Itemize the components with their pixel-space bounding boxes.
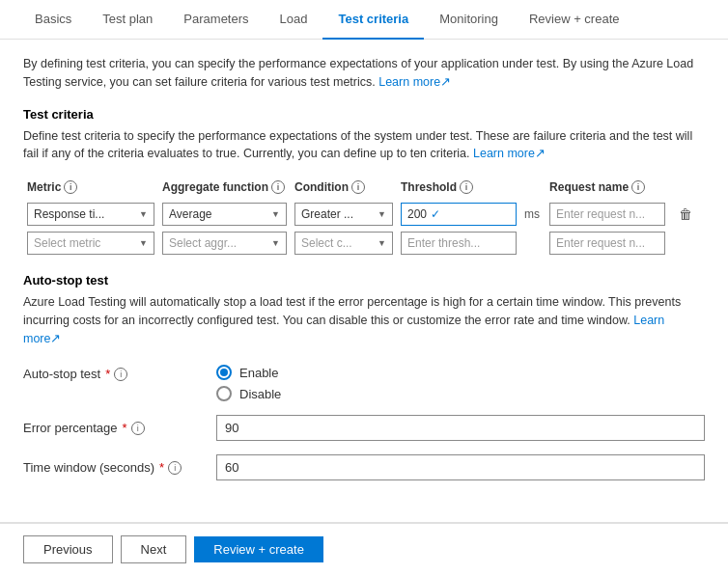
autostop-form-row: Auto-stop test* i Enable Disable — [23, 361, 705, 401]
intro-text: By defining test criteria, you can speci… — [23, 55, 705, 92]
time-window-label: Time window (seconds)* i — [23, 454, 216, 475]
criteria-table: Metric i Aggregate function i Condition … — [23, 177, 705, 258]
delete-cell: 🗑 — [669, 200, 705, 229]
aggregate-dropdown[interactable]: Average ▼ — [162, 203, 287, 226]
nav-item-load[interactable]: Load — [265, 0, 323, 40]
radio-enable-dot — [220, 369, 228, 376]
autostop-info-icon[interactable]: i — [114, 368, 127, 381]
col-delete — [669, 177, 705, 200]
autostop-title: Auto-stop test — [23, 273, 705, 288]
autostop-desc: Azure Load Testing will automatically st… — [23, 293, 705, 347]
intro-learn-more-link[interactable]: Learn more↗ — [378, 75, 451, 89]
top-nav: BasicsTest planParametersLoadTest criter… — [0, 0, 728, 40]
request-name-empty-input[interactable]: Enter request n... — [549, 232, 665, 255]
criteria-row-empty: Select metric ▼ Select aggr... ▼ Select … — [23, 229, 705, 258]
request-name-input[interactable]: Enter request n... — [549, 203, 665, 226]
aggregate-empty-dropdown-cell: Select aggr... ▼ — [158, 229, 291, 258]
threshold-input[interactable]: 200 ✓ — [401, 203, 517, 226]
aggregate-dropdown-cell: Average ▼ — [158, 200, 291, 229]
aggregate-info-icon[interactable]: i — [271, 180, 285, 194]
time-window-info-icon[interactable]: i — [168, 461, 182, 475]
criteria-learn-more-link[interactable]: Learn more↗ — [473, 147, 546, 160]
request-name-cell: Enter request n... — [546, 200, 669, 229]
review-create-button[interactable]: Review + create — [194, 536, 323, 562]
nav-item-test-plan[interactable]: Test plan — [87, 0, 168, 40]
condition-info-icon[interactable]: i — [351, 180, 365, 194]
time-window-input[interactable] — [216, 454, 705, 480]
threshold-info-icon[interactable]: i — [460, 180, 473, 194]
metric-empty-dropdown-cell: Select metric ▼ — [23, 229, 158, 258]
radio-disable[interactable]: Disable — [216, 386, 705, 401]
threshold-unit: ms — [520, 200, 546, 229]
threshold-empty-input[interactable]: Enter thresh... — [401, 232, 517, 255]
bottom-bar: Previous Next Review + create — [0, 522, 728, 575]
error-pct-info-icon[interactable]: i — [131, 422, 145, 435]
col-condition: Condition i — [291, 177, 397, 200]
autostop-label: Auto-stop test* i — [23, 361, 216, 381]
radio-disable-circle — [216, 386, 232, 401]
criteria-row-filled: Response ti... ▼ Average ▼ Greater ... ▼ — [23, 200, 705, 229]
metric-dropdown-cell: Response ti... ▼ — [23, 200, 158, 229]
nav-item-review-create[interactable]: Review + create — [514, 0, 635, 40]
condition-dropdown[interactable]: Greater ... ▼ — [294, 203, 393, 226]
error-pct-label: Error percentage* i — [23, 415, 216, 435]
threshold-value-cell: 200 ✓ — [397, 200, 520, 229]
col-threshold: Threshold i — [397, 177, 546, 200]
condition-empty-dropdown[interactable]: Select c... ▼ — [294, 232, 393, 255]
test-criteria-desc: Define test criteria to specify the perf… — [23, 127, 705, 164]
nav-item-basics[interactable]: Basics — [19, 0, 87, 40]
col-aggregate: Aggregate function i — [158, 177, 291, 200]
request-name-empty-cell: Enter request n... — [546, 229, 669, 258]
metric-info-icon[interactable]: i — [64, 180, 77, 194]
test-criteria-title: Test criteria — [23, 107, 705, 122]
aggregate-empty-dropdown[interactable]: Select aggr... ▼ — [162, 232, 287, 255]
previous-button[interactable]: Previous — [23, 535, 113, 563]
time-window-form-row: Time window (seconds)* i — [23, 454, 705, 480]
metric-dropdown[interactable]: Response ti... ▼ — [27, 203, 154, 226]
error-pct-input[interactable] — [216, 415, 705, 441]
time-window-control — [216, 454, 705, 480]
autostop-radio-group: Enable Disable — [216, 361, 705, 401]
autostop-learn-more-link[interactable]: Learn more↗ — [23, 314, 664, 345]
next-button[interactable]: Next — [121, 535, 187, 563]
delete-row-button[interactable]: 🗑 — [673, 203, 698, 226]
radio-enable-circle — [216, 365, 232, 380]
error-pct-control — [216, 415, 705, 441]
nav-item-parameters[interactable]: Parameters — [168, 0, 264, 40]
col-request-name: Request name i — [546, 177, 669, 200]
radio-enable[interactable]: Enable — [216, 365, 705, 380]
condition-empty-dropdown-cell: Select c... ▼ — [291, 229, 397, 258]
request-info-icon[interactable]: i — [631, 180, 645, 194]
col-metric: Metric i — [23, 177, 158, 200]
threshold-empty-cell: Enter thresh... — [397, 229, 520, 258]
nav-item-monitoring[interactable]: Monitoring — [424, 0, 514, 40]
unit-empty — [520, 229, 546, 258]
metric-empty-dropdown[interactable]: Select metric ▼ — [27, 232, 154, 255]
condition-dropdown-cell: Greater ... ▼ — [291, 200, 397, 229]
error-pct-form-row: Error percentage* i — [23, 415, 705, 441]
nav-item-test-criteria[interactable]: Test criteria — [322, 0, 424, 40]
